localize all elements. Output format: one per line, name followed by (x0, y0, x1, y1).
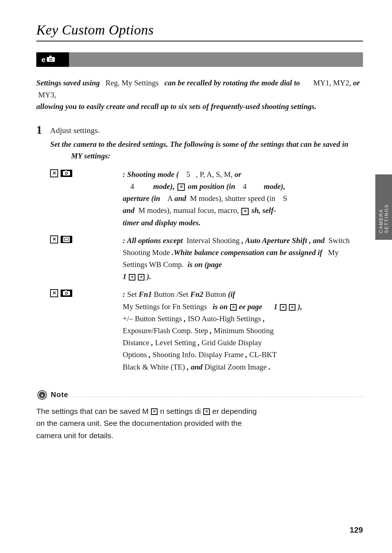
note-section: ♦ Note The settings that can be saved M … (36, 386, 363, 442)
sub1-box1: ✕ (50, 169, 58, 177)
step1-desc-bold: Set the camera to the desired settings. … (50, 140, 348, 149)
sub2-box-x1: ✕ (129, 274, 135, 280)
sub3-colon: : (123, 290, 127, 299)
sub-item-3: ✕ : Set Fn1 Button / (50, 288, 363, 373)
sub3-content: : Set Fn1 Button /Set Fn2 Button (if My … (123, 288, 363, 373)
sub1-box-x2: ✕ (177, 183, 185, 191)
sub3-comma-level: , (151, 338, 155, 347)
note-my-inline: M (142, 407, 149, 415)
sub3-box-x5: ✕ (289, 304, 295, 311)
sub3-and-dig: , and (187, 363, 204, 371)
note-text-er: er depending (212, 407, 257, 415)
sub2-page-num: 1 (123, 272, 127, 281)
sub3-box-x4: ✕ (280, 304, 286, 311)
sub1-colon: : Shooting mode ( (123, 170, 179, 179)
sub2-box2 (61, 236, 72, 243)
sub3-bw: Black & White (TE) (123, 363, 185, 371)
sub2-switch: Switch (327, 236, 350, 245)
page-number: 129 (350, 525, 363, 535)
sub2-colon-label: : All options except (123, 236, 183, 245)
sub1-aperture: aperture (in (123, 194, 160, 203)
step1-header: 1 Adjust settings. (36, 124, 363, 136)
sub3-cl: CL-BKT (249, 350, 277, 359)
step1-container: 1 Adjust settings. Set the camera to the… (36, 124, 363, 373)
sub2-box-x2: ✕ (138, 274, 144, 280)
sub3-button: Button /Set (154, 290, 190, 299)
sub1-timer: timer and display modes. (123, 218, 201, 227)
note-text-line3: camera unit for details. (36, 431, 113, 440)
note-box-er: ✕ (203, 408, 210, 415)
sub3-comma-min: , (210, 326, 214, 335)
note-text-line1: The settings that can be saved (36, 407, 140, 415)
sub1-shutter-s: S (277, 194, 287, 203)
step1-number: 1 (36, 124, 46, 136)
sub1-sh-self: sh, self- (252, 206, 276, 215)
sub3-button2: Button (205, 290, 228, 299)
intro-can-be: can be recalled by rotating the mode dia… (164, 78, 300, 87)
svg-point-2 (50, 58, 52, 60)
step1-title: Adjust settings. (50, 124, 100, 136)
note-header: ♦ Note (36, 389, 363, 401)
step1-my-label (50, 152, 69, 160)
sub3-period: . (269, 363, 270, 371)
page-container: Key Custom Options e Settings saved usin… (0, 0, 392, 553)
sub2-interval: Interval Shooting (185, 236, 240, 245)
sub2-content: : All options except Interval Shooting ,… (123, 235, 363, 283)
intro-text: Settings saved using Reg. My Settings ca… (36, 77, 363, 113)
sub3-fn2: Fn2 (190, 290, 203, 299)
sub1-box-flash: ✕ (241, 208, 249, 215)
sub3-min: Minimum Shooting (214, 326, 274, 335)
sidebar-camera-settings: Camera Settings (375, 174, 392, 240)
sub1-modes: 5 , P, A, S, M, or (181, 170, 241, 179)
sub2-wb-bold: .White balance compensation can be assig… (172, 248, 322, 257)
sub3-grid: Grid Guide Display (202, 338, 262, 347)
svg-rect-3 (49, 56, 52, 57)
sub3-exposure: Exposure/Flash Comp. Step (123, 326, 208, 335)
note-text: The settings that can be saved M ✕ n set… (36, 405, 363, 442)
header-icons: e (36, 52, 69, 67)
sub1-zoom-mode: 4 (237, 182, 262, 191)
intro-reg-my: Reg. My Settings (102, 78, 164, 87)
intro-settings-saved: Settings saved using (36, 78, 100, 87)
note-box-m: ✕ (151, 408, 158, 415)
page-title: Key Custom Options (36, 22, 363, 41)
note-icon: ♦ (36, 389, 48, 401)
sub3-distance: Distance (123, 338, 149, 347)
sub-item-2: ✕ : All options except Interval Shooting (50, 235, 363, 283)
sub1-icon: ✕ (50, 169, 123, 177)
sub3-box-x3: ✕ (230, 304, 237, 311)
svg-rect-7 (65, 170, 67, 172)
sub3-my-settings: My Settings for Fn Settings (123, 302, 207, 311)
note-text-cont: n settings di (160, 407, 201, 415)
camera-icon (47, 56, 55, 64)
sub3-if: (if (228, 290, 235, 299)
sub1-zoom: 4 mode), (123, 182, 175, 191)
svg-rect-15 (65, 290, 67, 292)
sub3-comma-iso: , (184, 314, 188, 323)
sub3-button-settings: +/– Button Settings (123, 314, 182, 323)
sub2-comma-and: , Auto Aperture Shift , and (242, 236, 325, 245)
sub1-mode-label: mode), (264, 182, 285, 191)
sub1-content: : Shooting mode ( 5 , P, A, S, M, or 4 m… (123, 169, 363, 229)
sub3-iso: ISO Auto-High Settings (188, 314, 261, 323)
sub3-comma-cl: , (245, 350, 249, 359)
sub3-icon: ✕ (50, 288, 123, 297)
sub3-comma-exp: , (263, 314, 265, 323)
sub3-shoot-info: Shooting Info. Display Frame (152, 350, 244, 359)
svg-rect-11 (65, 238, 68, 241)
sub2-paren: ). (147, 272, 151, 281)
step1-desc: Set the camera to the desired settings. … (50, 138, 363, 162)
sub3-digital: Digital Zoom Image (204, 363, 266, 371)
svg-point-6 (66, 173, 67, 174)
note-label: Note (51, 391, 68, 399)
sub-item-1: ✕ : Shooting mode ( 5 , P, A, S, M, or (50, 169, 363, 229)
sub2-is-on: is on (page (185, 260, 222, 269)
sub1-and-m: and (123, 206, 135, 215)
svg-text:♦: ♦ (41, 392, 44, 398)
e-icon: e (41, 56, 45, 64)
sub3-comma-close: ), (298, 302, 302, 311)
step1-my-settings: MY settings: (71, 152, 110, 160)
sub1-zoom-pos: om position (in (188, 182, 235, 191)
sub3-level: Level Setting (155, 338, 196, 347)
sub2-icon: ✕ (50, 235, 123, 243)
